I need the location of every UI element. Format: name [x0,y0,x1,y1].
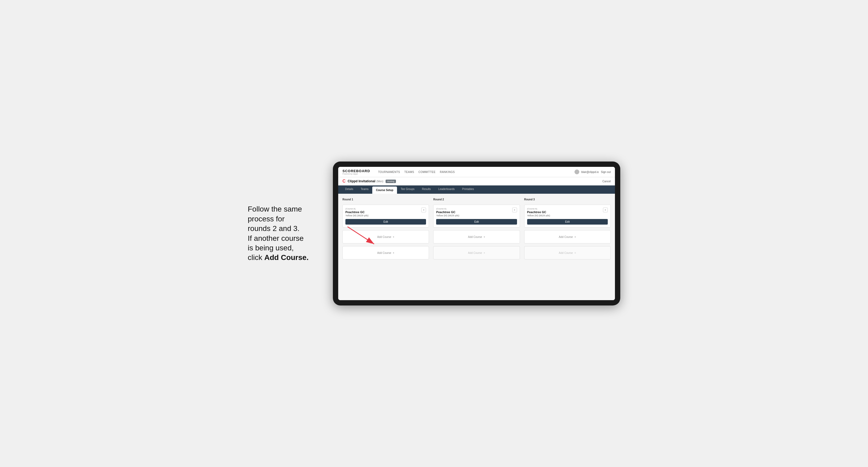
brand-logo-c: C [342,179,346,184]
nav-rankings[interactable]: RANKINGS [440,170,455,174]
round-3-course-name: Peachtree GC [527,211,550,214]
round-3-course-card: (Course A) Peachtree GC Yellow (M) (6629… [524,205,611,227]
instruction-bold: Add Course. [264,253,308,261]
round-2-course-card: (Course A) Peachtree GC Yellow (M) (6629… [433,205,520,227]
round-3-add-course-1[interactable]: Add Course + [524,230,611,244]
plus-icon-1: + [393,236,394,239]
round-2-card-header: (Course A) Peachtree GC Yellow (M) (6629… [436,208,517,219]
user-avatar [575,169,579,174]
round-1-course-tag: (Course A) [345,208,369,210]
rounds-grid: Round 1 (Course A) Peachtree GC Yellow (… [342,198,611,259]
round-2-course-tag: (Course A) [436,208,459,210]
sign-out-link[interactable]: Sign out [601,170,611,174]
round-2-column: Round 2 (Course A) Peachtree GC Yellow (… [433,198,520,259]
page-wrapper: Follow the sameprocess forrounds 2 and 3… [248,161,620,306]
round-1-delete-button[interactable]: × [421,208,426,212]
tab-teams[interactable]: Teams [357,185,372,194]
round-2-label: Round 2 [433,198,520,201]
plus-icon-5: + [575,236,576,239]
round-2-add-course-2: Add Course + [433,246,520,259]
plus-icon-3: + [484,236,485,239]
nav-right: blair@clippd.io Sign out [575,169,611,174]
round-1-add-course-2-text: Add Course + [377,251,394,254]
round-3-delete-button[interactable]: × [603,208,608,212]
round-3-card-header: (Course A) Peachtree GC Yellow (M) (6629… [527,208,608,219]
plus-icon-2: + [393,251,394,254]
tablet-screen: SCOREBOARD Powered by clippd TOURNAMENTS… [338,167,615,300]
nav-teams[interactable]: TEAMS [404,170,414,174]
tournament-type: (Men) [376,180,383,183]
nav-tournaments[interactable]: TOURNAMENTS [378,170,400,174]
user-email: blair@clippd.io [581,170,599,174]
round-2-add-course-1-text: Add Course + [468,236,485,239]
round-3-add-course-2: Add Course + [524,246,611,259]
round-2-add-course-2-text: Add Course + [468,251,485,254]
plus-icon-6: + [575,251,576,254]
round-2-delete-button[interactable]: × [512,208,517,212]
round-2-course-name: Peachtree GC [436,211,459,214]
tablet-frame: SCOREBOARD Powered by clippd TOURNAMENTS… [333,161,620,306]
tournament-name: Clippd Invitational [348,179,375,183]
tab-details[interactable]: Details [341,185,357,194]
tab-course-setup[interactable]: Course Setup [372,187,397,194]
tab-printables[interactable]: Printables [459,185,478,194]
round-1-add-course-2[interactable]: Add Course + [342,246,429,259]
round-3-column: Round 3 (Course A) Peachtree GC Yellow (… [524,198,611,259]
round-1-course-card: (Course A) Peachtree GC Yellow (M) (6629… [342,205,429,227]
top-nav: SCOREBOARD Powered by clippd TOURNAMENTS… [338,167,615,177]
cancel-button[interactable]: Cancel [602,180,611,183]
nav-links: TOURNAMENTS TEAMS COMMITTEE RANKINGS [378,170,569,174]
scoreboard-logo: SCOREBOARD Powered by clippd [342,169,370,175]
tab-bar: Details Teams Course Setup Tee Groups Re… [338,185,615,194]
tab-leaderboards[interactable]: Leaderboards [435,185,459,194]
round-1-add-course-1[interactable]: Add Course + [342,230,429,244]
sub-header: C Clippd Invitational (Men) Hosting Canc… [338,177,615,185]
round-1-course-detail: Yellow (M) (6629 yds) [345,214,369,217]
tab-results[interactable]: Results [418,185,435,194]
logo-subtext: Powered by clippd [342,173,370,175]
round-3-add-course-1-text: Add Course + [559,236,576,239]
round-2-edit-button[interactable]: Edit [436,219,517,225]
round-1-course-name: Peachtree GC [345,211,369,214]
plus-icon-4: + [484,251,485,254]
round-3-label: Round 3 [524,198,611,201]
round-3-add-course-2-text: Add Course + [559,251,576,254]
main-content: Round 1 (Course A) Peachtree GC Yellow (… [338,194,615,300]
round-1-column: Round 1 (Course A) Peachtree GC Yellow (… [342,198,429,259]
round-1-label: Round 1 [342,198,429,201]
hosting-badge: Hosting [385,180,396,183]
tab-tee-groups[interactable]: Tee Groups [397,185,418,194]
nav-committee[interactable]: COMMITTEE [418,170,436,174]
round-2-course-detail: Yellow (M) (6629 yds) [436,214,459,217]
round-1-add-course-1-text: Add Course + [377,236,394,239]
round-1-edit-button[interactable]: Edit [345,219,426,225]
round-1-card-header: (Course A) Peachtree GC Yellow (M) (6629… [345,208,426,219]
round-3-course-detail: Yellow (M) (6629 yds) [527,214,550,217]
round-3-edit-button[interactable]: Edit [527,219,608,225]
round-2-add-course-1[interactable]: Add Course + [433,230,520,244]
logo-text: SCOREBOARD [342,169,370,173]
round-3-course-tag: (Course A) [527,208,550,210]
instruction-text: Follow the sameprocess forrounds 2 and 3… [248,205,322,262]
